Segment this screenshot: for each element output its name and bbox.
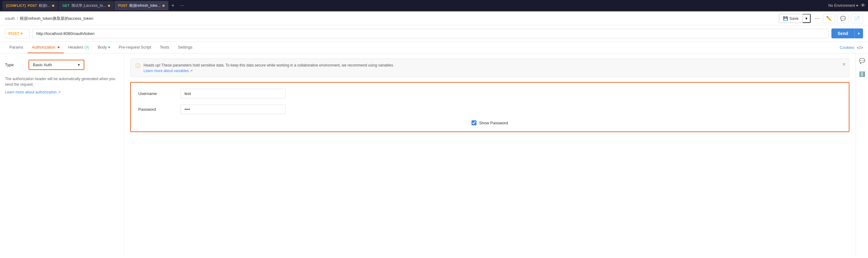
tab-dot-2 — [108, 5, 110, 7]
right-panel: ⓘ Heads up! These parameters hold sensit… — [124, 53, 856, 256]
tab-body-label: Body — [98, 45, 107, 49]
auth-description: The authorization header will be automat… — [5, 76, 119, 87]
tab-conflict-post[interactable]: [CONFLICT] POST 根据r... — [2, 1, 58, 10]
environment-selector[interactable]: No Environment ▾ — [828, 3, 858, 8]
tab-dot-1 — [52, 5, 54, 7]
edit-icon-button[interactable]: ✏️ — [823, 14, 835, 23]
left-panel: Type Basic Auth ▾ The authorization head… — [0, 53, 124, 256]
tab-method-get: GET — [62, 4, 69, 7]
send-button[interactable]: Send — [831, 29, 855, 38]
more-options-button[interactable]: ··· — [813, 14, 820, 23]
tab-tests-label: Tests — [160, 45, 169, 49]
notice-box: ⓘ Heads up! These parameters hold sensit… — [130, 59, 849, 77]
tab-authorization[interactable]: Authorization — [28, 42, 64, 53]
breadcrumb-separator: / — [17, 16, 18, 21]
send-group: Send ▾ — [831, 29, 863, 38]
tab-settings-label: Settings — [178, 45, 192, 49]
save-label: Save — [789, 16, 799, 21]
tab-post-active[interactable]: POST 根据refresh_toke... — [114, 1, 168, 10]
notice-learn-more-link[interactable]: Learn more about variables ↗ — [144, 69, 193, 73]
tab-bar: [CONFLICT] POST 根据r... GET 测试带上access_to… — [0, 0, 868, 12]
new-tab-button[interactable]: + — [169, 3, 177, 8]
tab-pre-request-label: Pre-request Script — [119, 45, 151, 49]
eye-icon[interactable]: 👁 — [861, 3, 866, 8]
auth-form: Username Password Show Password — [130, 82, 849, 132]
tab-params-label: Params — [9, 45, 23, 49]
show-password-checkbox[interactable] — [471, 120, 476, 125]
tab-label-1: 根据r... — [39, 3, 50, 8]
notice-text: Heads up! These parameters hold sensitiv… — [144, 63, 394, 67]
tab-authorization-label: Authorization — [32, 45, 56, 49]
body-dot — [108, 46, 110, 48]
breadcrumb-bar: oauth / 根据refresh_token换取新的access_token … — [0, 12, 868, 25]
method-selector[interactable]: POST ▾ — [5, 29, 30, 38]
url-bar: POST ▾ Send ▾ — [0, 25, 868, 42]
tab-method-post-1: POST — [28, 4, 37, 7]
password-input[interactable] — [180, 105, 286, 114]
tab-tests[interactable]: Tests — [156, 42, 174, 53]
notice-icon: ⓘ — [135, 63, 141, 69]
type-dropdown[interactable]: Basic Auth ▾ — [29, 60, 84, 70]
tab-headers-label: Headers — [68, 45, 83, 49]
show-password-row: Show Password — [138, 120, 841, 125]
breadcrumb-current: 根据refresh_token换取新的access_token — [20, 16, 93, 21]
save-icon: 💾 — [783, 16, 788, 21]
tab-bar-right: No Environment ▾ 👁 — [828, 3, 866, 8]
breadcrumb-actions: 💾 Save ▾ ··· ✏️ 💬 📄 — [779, 13, 863, 23]
username-input[interactable] — [180, 89, 286, 98]
username-row: Username — [138, 89, 841, 98]
chevron-down-icon: ▾ — [78, 63, 80, 67]
req-tabs-right: Cookies </> — [840, 45, 863, 50]
tab-method-conflict: [CONFLICT] — [6, 4, 26, 7]
cookies-link[interactable]: Cookies — [840, 45, 855, 50]
method-chevron-icon: ▾ — [21, 31, 23, 36]
tab-more-button[interactable]: ··· — [178, 3, 187, 8]
notice-content: Heads up! These parameters hold sensitiv… — [144, 63, 394, 73]
right-sidebar: 💬 ℹ️ — [856, 53, 868, 256]
chevron-down-icon: ▾ — [856, 3, 858, 8]
authorization-dot — [58, 46, 60, 48]
tab-settings[interactable]: Settings — [174, 42, 197, 53]
env-label: No Environment — [828, 3, 855, 8]
right-action-icons: ✏️ 💬 📄 — [823, 14, 863, 23]
send-dropdown-button[interactable]: ▾ — [855, 29, 863, 38]
comment-icon-button[interactable]: 💬 — [837, 14, 849, 23]
main-content: Type Basic Auth ▾ The authorization head… — [0, 53, 868, 256]
learn-more-link[interactable]: Learn more about authorization ↗ — [5, 90, 61, 94]
username-label: Username — [138, 91, 176, 96]
password-label: Password — [138, 107, 176, 112]
info-sidebar-icon[interactable]: ℹ️ — [858, 70, 866, 78]
method-label: POST — [8, 31, 19, 36]
breadcrumb: oauth / 根据refresh_token换取新的access_token — [5, 16, 93, 21]
tab-dot-3 — [162, 5, 165, 7]
type-row: Type Basic Auth ▾ — [5, 60, 119, 70]
notice-close-button[interactable]: ✕ — [842, 62, 846, 67]
save-dropdown-button[interactable]: ▾ — [803, 14, 811, 23]
tab-label-2: 测试带上access_to... — [71, 3, 106, 8]
save-group: 💾 Save ▾ — [779, 13, 811, 23]
code-icon[interactable]: </> — [857, 45, 863, 50]
breadcrumb-parent[interactable]: oauth — [5, 16, 15, 21]
tab-get[interactable]: GET 测试带上access_to... — [59, 1, 114, 10]
headers-badge: (9) — [84, 45, 89, 49]
tab-headers[interactable]: Headers (9) — [64, 42, 93, 53]
tab-body[interactable]: Body — [93, 42, 114, 53]
password-row: Password — [138, 105, 841, 114]
tab-method-post-3: POST — [118, 4, 127, 7]
save-button[interactable]: 💾 Save — [779, 14, 803, 23]
type-value: Basic Auth — [33, 63, 52, 67]
show-password-label: Show Password — [479, 121, 508, 125]
tab-pre-request[interactable]: Pre-request Script — [114, 42, 156, 53]
tab-params[interactable]: Params — [5, 42, 28, 53]
comment-sidebar-icon[interactable]: 💬 — [858, 57, 866, 65]
type-label: Type — [5, 63, 24, 67]
tab-label-3: 根据refresh_toke... — [129, 3, 161, 8]
url-input[interactable] — [32, 29, 829, 38]
document-icon-button[interactable]: 📄 — [851, 14, 863, 23]
request-tabs: Params Authorization Headers (9) Body Pr… — [0, 42, 868, 53]
